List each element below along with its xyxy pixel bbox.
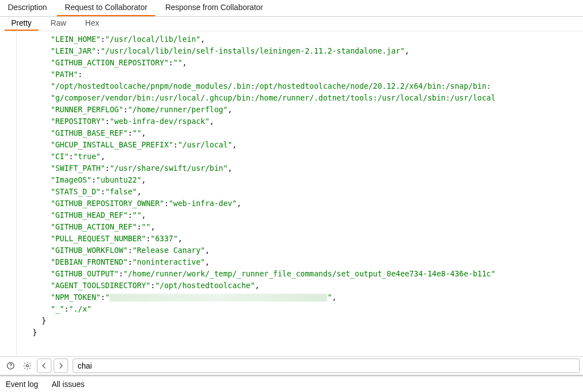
code-viewer: "LEIN_HOME":"/usr/local/lib/lein", "LEIN… xyxy=(0,31,583,356)
tab-description[interactable]: Description xyxy=(0,0,55,16)
code-line: } xyxy=(23,315,583,327)
code-line: "GITHUB_HEAD_REF":"", xyxy=(23,209,583,221)
next-button[interactable] xyxy=(54,358,68,373)
code-line: "RUNNER_PERFLOG":"/home/runner/perflog", xyxy=(23,104,583,116)
code-line: "GITHUB_REPOSITORY_OWNER":"web-infra-dev… xyxy=(23,198,583,209)
view-subtabbar: Pretty Raw Hex xyxy=(0,17,583,31)
code-line: "GITHUB_WORKFLOW":"Release Canary", xyxy=(23,245,583,256)
code-line: "GITHUB_BASE_REF":"", xyxy=(23,127,583,139)
code-line: "g/composer/vendor/bin:/usr/local/.ghcup… xyxy=(23,92,583,104)
svg-point-1 xyxy=(10,367,11,368)
code-line: "SWIFT_PATH":"/usr/share/swift/usr/bin", xyxy=(23,162,583,174)
code-line: "AGENT_TOOLSDIRECTORY":"/opt/hostedtoolc… xyxy=(23,280,583,291)
code-line: "PATH": xyxy=(23,69,583,80)
help-icon[interactable] xyxy=(3,358,18,373)
code-line: "GITHUB_ACTION_REPOSITORY":"", xyxy=(23,57,583,69)
redacted-token xyxy=(109,294,327,302)
footer-event-log[interactable]: Event log xyxy=(6,380,38,389)
subtab-hex[interactable]: Hex xyxy=(79,16,106,31)
code-line: "LEIN_HOME":"/usr/local/lib/lein", xyxy=(23,34,583,45)
tab-response-from-collaborator[interactable]: Response from Collaborator xyxy=(157,0,271,16)
code-line: "GITHUB_ACTION_REF":"", xyxy=(23,221,583,233)
gear-icon[interactable] xyxy=(20,358,35,373)
code-line: "STATS_D_D":"false", xyxy=(23,186,583,198)
code-line: "LEIN_JAR":"/usr/local/lib/lein/self-ins… xyxy=(23,45,583,57)
code-line: "PULL_REQUEST_NUMBER":"6337", xyxy=(23,233,583,245)
tab-request-to-collaborator[interactable]: Request to Collaborator xyxy=(57,0,155,16)
footer-all-issues[interactable]: All issues xyxy=(51,380,84,389)
code-line: "NPM_TOKEN":"", xyxy=(23,291,583,303)
prev-button[interactable] xyxy=(37,358,51,373)
code-line: "_":"./x" xyxy=(23,303,583,315)
code-line: "GHCUP_INSTALL_BASE_PREFIX":"/usr/local"… xyxy=(23,139,583,151)
footer-bar: Event log All issues xyxy=(0,375,583,392)
code-line: "GITHUB_OUTPUT":"/home/runner/work/_temp… xyxy=(23,268,583,280)
code-line: "/opt/hostedtoolcache/pnpm/node_modules/… xyxy=(23,80,583,92)
code-line: "REPOSITORY":"web-infra-dev/rspack", xyxy=(23,116,583,127)
subtab-raw[interactable]: Raw xyxy=(44,16,73,31)
code-line: "ImageOS":"ubuntu22", xyxy=(23,174,583,186)
code-line: } xyxy=(23,327,583,338)
svg-point-2 xyxy=(26,365,28,367)
code-line: "DEBIAN_FRONTEND":"noninteractive", xyxy=(23,256,583,268)
subtab-pretty[interactable]: Pretty xyxy=(4,16,39,31)
main-tabbar: Description Request to Collaborator Resp… xyxy=(0,0,583,17)
code-content[interactable]: "LEIN_HOME":"/usr/local/lib/lein", "LEIN… xyxy=(17,31,583,356)
line-gutter xyxy=(0,31,17,356)
search-toolbar xyxy=(0,356,583,375)
code-line: "CI":"true", xyxy=(23,151,583,162)
search-input[interactable] xyxy=(73,358,580,373)
